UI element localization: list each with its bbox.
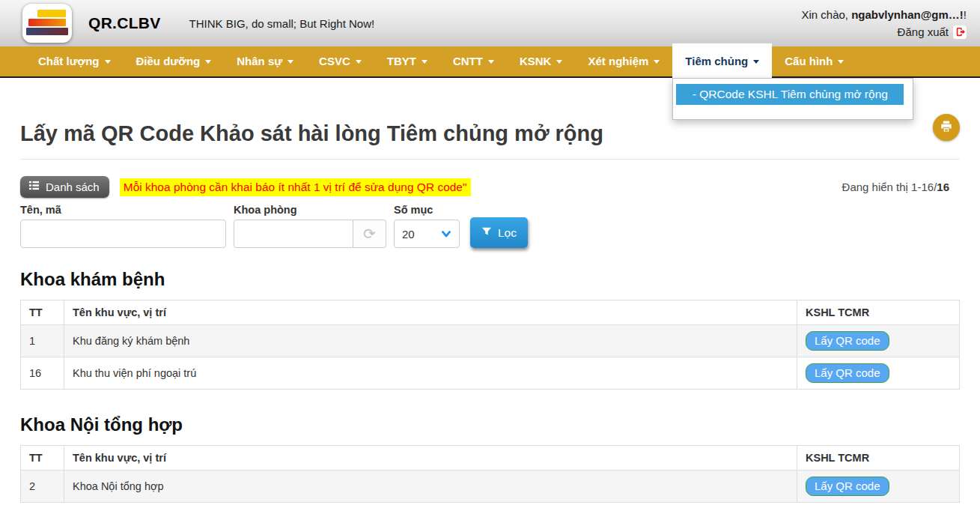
name-input[interactable] <box>20 220 226 248</box>
caret-down-icon <box>421 60 427 64</box>
nav-item-ksnk[interactable]: KSNK <box>507 46 576 76</box>
caret-down-icon <box>356 60 362 64</box>
dropdown-item-qrcode-kshl[interactable]: - QRCode KSHL Tiêm chủng mở rộng <box>676 84 904 105</box>
cell-name: Khu đăng ký khám bệnh <box>64 325 797 357</box>
department-table-1: TT Tên khu vực, vị trí KSHL TCMR 1 Khu đ… <box>20 300 960 390</box>
refresh-button[interactable]: ⟳ <box>353 220 386 248</box>
title-divider <box>20 159 960 160</box>
caret-down-icon <box>838 60 844 64</box>
slogan-text: THINK BIG, do small; But Right Now! <box>189 17 375 30</box>
nav-item-dieu-duong[interactable]: Điều dưỡng <box>124 46 225 76</box>
top-header: QR.CLBV THINK BIG, do small; But Right N… <box>0 0 980 46</box>
main-content: Lấy mã QR Code Khảo sát hài lòng Tiêm ch… <box>0 118 980 503</box>
page-size-label: Số mục <box>394 204 460 216</box>
greeting-line: Xin chào, ngabvlynhan@gm…!! <box>801 6 967 23</box>
department-input-group: ⟳ <box>234 220 386 248</box>
logo-bar-yellow <box>37 10 66 17</box>
page-size-select[interactable]: 20 <box>394 220 460 248</box>
nav-item-csvc[interactable]: CSVC <box>306 46 374 76</box>
caret-down-icon <box>654 60 660 64</box>
chevron-down-icon <box>441 228 451 241</box>
department-field-label: Khoa phòng <box>234 204 386 216</box>
nav-item-tbyt[interactable]: TBYT <box>374 46 440 76</box>
nav-item-cau-hinh[interactable]: Cấu hình <box>772 46 856 76</box>
caret-down-icon <box>488 60 494 64</box>
nav-item-xet-nghiem[interactable]: Xét nghiệm <box>575 46 672 76</box>
printer-icon <box>939 119 954 136</box>
page-size-value: 20 <box>402 228 415 241</box>
greeting-prefix: Xin chào, <box>801 8 848 21</box>
table-header-row: TT Tên khu vực, vị trí KSHL TCMR <box>21 446 960 471</box>
table-row: 16 Khu thu viện phí ngoại trú Lấy QR cod… <box>21 357 960 390</box>
logo-bar-dark <box>26 28 68 35</box>
department-input[interactable] <box>234 220 353 248</box>
col-header-tt: TT <box>21 300 64 325</box>
nav-item-cntt[interactable]: CNTT <box>440 46 507 76</box>
name-field-group: Tên, mã <box>20 204 226 248</box>
col-header-action: KSHL TCMR <box>797 446 960 471</box>
print-button[interactable] <box>933 114 960 141</box>
caret-down-icon <box>753 60 759 64</box>
list-button-label: Danh sách <box>46 181 100 193</box>
section-heading-khoa-noi-tong-hop: Khoa Nội tổng hợp <box>20 414 960 435</box>
nav-item-tiem-chung[interactable]: Tiêm chủng - QRCode KSHL Tiêm chủng mở r… <box>672 46 772 78</box>
brand-title: QR.CLBV <box>88 14 161 32</box>
cell-tt: 2 <box>21 471 64 503</box>
table-row: 2 Khoa Nội tổng hợp Lấy QR code <box>21 471 960 503</box>
username: ngabvlynhan@gm…! <box>851 8 964 21</box>
name-field-label: Tên, mã <box>20 204 226 216</box>
get-qr-code-button[interactable]: Lấy QR code <box>806 363 889 383</box>
col-header-action: KSHL TCMR <box>797 300 960 325</box>
list-view-button[interactable]: Danh sách <box>20 176 109 198</box>
user-area: Xin chào, ngabvlynhan@gm…!! Đăng xuất <box>801 6 967 40</box>
tiem-chung-dropdown: - QRCode KSHL Tiêm chủng mở rộng <box>672 78 913 120</box>
filter-button-label: Lọc <box>498 226 517 240</box>
department-field-group: Khoa phòng ⟳ <box>234 204 386 248</box>
get-qr-code-button[interactable]: Lấy QR code <box>806 477 889 496</box>
funnel-icon <box>481 226 492 240</box>
app-logo <box>22 4 72 43</box>
col-header-tt: TT <box>21 446 64 471</box>
list-icon <box>28 180 40 193</box>
toolbar: Danh sách Mỗi khoa phòng cần khai báo ít… <box>20 176 960 198</box>
section-heading-khoa-kham-benh: Khoa khám bệnh <box>20 269 960 290</box>
nav-item-nhan-su[interactable]: Nhân sự <box>224 46 306 76</box>
nav-item-chat-luong[interactable]: Chất lượng <box>25 46 124 76</box>
cell-name: Khu thu viện phí ngoại trú <box>64 357 797 390</box>
cell-name: Khoa Nội tổng hợp <box>64 471 797 503</box>
showing-count: Đang hiển thị 1-16/16 <box>842 181 960 193</box>
main-nav: Chất lượng Điều dưỡng Nhân sự CSVC TBYT … <box>0 46 980 78</box>
filter-row: Tên, mã Khoa phòng ⟳ Số mục 20 Lọc <box>20 204 960 248</box>
cell-tt: 16 <box>21 357 64 390</box>
logout-label[interactable]: Đăng xuất <box>898 23 949 40</box>
department-table-2: TT Tên khu vực, vị trí KSHL TCMR 2 Khoa … <box>20 445 960 503</box>
get-qr-code-button[interactable]: Lấy QR code <box>806 331 889 351</box>
caret-down-icon <box>556 60 562 64</box>
title-row: Lấy mã QR Code Khảo sát hài lòng Tiêm ch… <box>20 118 960 148</box>
table-row: 1 Khu đăng ký khám bệnh Lấy QR code <box>21 325 960 357</box>
logout-link[interactable]: Đăng xuất <box>801 23 967 40</box>
caret-down-icon <box>205 60 211 64</box>
filter-button[interactable]: Lọc <box>470 217 528 248</box>
col-header-name: Tên khu vực, vị trí <box>64 446 797 471</box>
table-header-row: TT Tên khu vực, vị trí KSHL TCMR <box>21 300 960 325</box>
cell-tt: 1 <box>21 325 64 357</box>
page-title: Lấy mã QR Code Khảo sát hài lòng Tiêm ch… <box>20 118 603 148</box>
logout-icon[interactable] <box>953 25 967 39</box>
refresh-icon: ⟳ <box>363 225 376 243</box>
logo-bar-orange <box>28 19 66 26</box>
page-size-field-group: Số mục 20 <box>394 204 460 248</box>
col-header-name: Tên khu vực, vị trí <box>64 300 797 325</box>
caret-down-icon <box>287 60 293 64</box>
notice-text: Mỗi khoa phòng cần khai báo ít nhất 1 vị… <box>120 178 471 196</box>
caret-down-icon <box>105 60 111 64</box>
